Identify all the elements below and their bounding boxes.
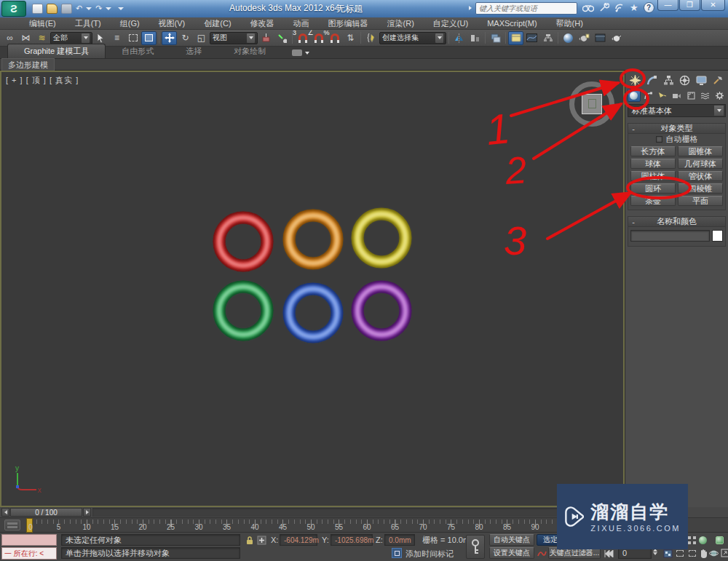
set-key-button[interactable]: 设置关键点 xyxy=(489,547,534,559)
align-icon[interactable] xyxy=(467,31,483,45)
object-name-input[interactable] xyxy=(630,230,710,242)
subscription-wrench-icon[interactable] xyxy=(599,3,609,12)
select-object-icon[interactable] xyxy=(93,31,108,45)
minimize-button[interactable]: — xyxy=(657,0,678,11)
percent-snap-icon[interactable]: % xyxy=(327,31,342,45)
time-slider-handle[interactable]: 0 / 100 xyxy=(10,508,82,517)
save-icon[interactable] xyxy=(61,4,72,14)
spacewarps-category-icon[interactable] xyxy=(699,89,712,102)
select-scale-icon[interactable]: ◱ xyxy=(194,31,209,45)
prev-frame-button[interactable] xyxy=(1,508,9,517)
unlink-icon[interactable]: ⋈ xyxy=(18,31,33,45)
menu-rendering[interactable]: 渲染(R) xyxy=(379,17,423,30)
help-icon[interactable]: ? xyxy=(644,2,654,13)
display-tab-icon[interactable] xyxy=(694,73,709,87)
collapse-icon[interactable]: - xyxy=(628,218,638,226)
transform-typein-mode-icon[interactable] xyxy=(256,535,267,546)
y-coord-field[interactable]: -1025.698m xyxy=(331,534,373,546)
systems-category-icon[interactable] xyxy=(713,89,726,102)
zoom-extents-icon[interactable] xyxy=(687,535,697,546)
cone-button[interactable]: 圆锥体 xyxy=(678,146,723,156)
lights-category-icon[interactable] xyxy=(656,89,669,102)
helpers-category-icon[interactable] xyxy=(684,89,697,102)
auto-key-button[interactable]: 自动关键点 xyxy=(489,534,534,546)
torus-button[interactable]: 圆环 xyxy=(630,183,676,194)
cameras-category-icon[interactable] xyxy=(670,89,684,102)
undo-dropdown-icon[interactable] xyxy=(86,7,92,10)
autogrid-checkbox[interactable] xyxy=(656,136,662,143)
maxscript-mini-listener[interactable] xyxy=(1,534,57,546)
layer-manager-icon[interactable] xyxy=(488,31,503,45)
dashed-region-icon[interactable] xyxy=(674,548,685,559)
menu-maxscript[interactable]: MAXScript(M) xyxy=(478,18,545,28)
search-expand-icon[interactable] xyxy=(469,6,472,10)
menu-tools[interactable]: 工具(T) xyxy=(66,17,110,30)
menu-animation[interactable]: 动画 xyxy=(285,17,318,30)
zoom-region-icon[interactable] xyxy=(687,548,697,559)
frame-spinner[interactable] xyxy=(653,549,657,555)
select-move-icon[interactable] xyxy=(162,31,177,45)
bind-spacewarp-icon[interactable]: ≋ xyxy=(34,31,50,45)
menu-create[interactable]: 创建(C) xyxy=(195,17,240,30)
x-coord-field[interactable]: -604.129m xyxy=(280,534,317,546)
tab-freeform[interactable]: 自由形式 xyxy=(106,44,170,58)
torus-blue[interactable] xyxy=(278,278,348,348)
close-button[interactable]: ✕ xyxy=(701,0,725,11)
maximize-button[interactable]: ❒ xyxy=(679,0,700,11)
create-tab-icon[interactable] xyxy=(628,73,643,87)
name-color-rollout-header[interactable]: - 名称和颜色 xyxy=(628,217,725,227)
add-time-tag-label[interactable]: 添加时间标记 xyxy=(405,548,454,560)
zoom-extents-selected-icon[interactable] xyxy=(714,535,725,546)
tab-polygon-modeling[interactable]: 多边形建模 xyxy=(1,58,55,71)
sphere-button[interactable]: 球体 xyxy=(630,159,676,169)
teapot-button[interactable]: 茶壶 xyxy=(630,196,676,206)
next-frame-button[interactable] xyxy=(83,508,91,517)
select-link-icon[interactable]: ∞ xyxy=(2,31,17,45)
tube-button[interactable]: 管状体 xyxy=(678,171,723,181)
pyramid-button[interactable]: 四棱锥 xyxy=(678,183,723,194)
material-editor-icon[interactable] xyxy=(561,31,576,45)
menu-group[interactable]: 组(G) xyxy=(111,17,149,30)
open-file-icon[interactable] xyxy=(47,4,58,14)
window-crossing-toggle-icon[interactable] xyxy=(141,31,157,45)
menu-edit[interactable]: 编辑(E) xyxy=(20,17,65,30)
render-setup-icon[interactable] xyxy=(577,31,592,45)
torus-red[interactable] xyxy=(208,207,278,276)
time-tag-icon[interactable] xyxy=(392,548,402,558)
render-icon[interactable] xyxy=(609,31,624,45)
use-pivot-center-icon[interactable] xyxy=(258,31,274,45)
spinner-snap-icon[interactable]: ⇅ xyxy=(343,31,358,45)
select-rotate-icon[interactable]: ↻ xyxy=(178,31,193,45)
select-by-name-icon[interactable]: ≡ xyxy=(109,31,124,45)
pan-hand-icon[interactable] xyxy=(697,548,708,559)
menu-graph-editors[interactable]: 图形编辑器 xyxy=(320,17,377,30)
hierarchy-tab-icon[interactable] xyxy=(661,73,676,87)
collapse-icon[interactable]: - xyxy=(628,124,638,133)
maxscript-listener-line[interactable]: 一 所在行: < xyxy=(1,547,57,560)
menu-views[interactable]: 视图(V) xyxy=(150,17,194,30)
menu-modifiers[interactable]: 修改器 xyxy=(242,17,283,30)
cylinder-button[interactable]: 圆柱体 xyxy=(630,171,676,181)
redo-dropdown-icon[interactable] xyxy=(106,7,111,10)
rendered-frame-window-icon[interactable] xyxy=(593,31,608,45)
search-input[interactable] xyxy=(476,3,577,14)
favorites-star-icon[interactable]: ★ xyxy=(630,2,638,13)
search-binoculars-icon[interactable] xyxy=(582,4,594,12)
torus-purple[interactable] xyxy=(347,276,416,346)
orbit-icon[interactable] xyxy=(708,548,719,559)
geosphere-button[interactable]: 几何球体 xyxy=(678,159,723,169)
communication-center-icon[interactable] xyxy=(614,3,625,12)
selection-region-icon[interactable] xyxy=(125,31,141,45)
open-mini-curve-editor-icon[interactable] xyxy=(4,520,20,530)
select-manipulate-icon[interactable] xyxy=(274,31,290,45)
menu-customize[interactable]: 自定义(U) xyxy=(424,17,477,30)
app-logo-button[interactable]: Ƨ xyxy=(1,1,26,17)
curve-editor-icon[interactable] xyxy=(524,31,539,45)
viewport-nav-widget[interactable] xyxy=(569,81,614,127)
zoom-extents-all-icon[interactable] xyxy=(697,535,708,546)
edit-named-selections-icon[interactable] xyxy=(363,31,379,45)
primitive-category-dropdown[interactable]: 标准基本体 xyxy=(628,104,726,117)
menu-help[interactable]: 帮助(H) xyxy=(547,17,592,30)
viewport-top[interactable]: [ + ] [ 顶 ] [ 真实 ] y x xyxy=(0,71,625,507)
redo-icon[interactable]: ↷ xyxy=(95,4,102,14)
